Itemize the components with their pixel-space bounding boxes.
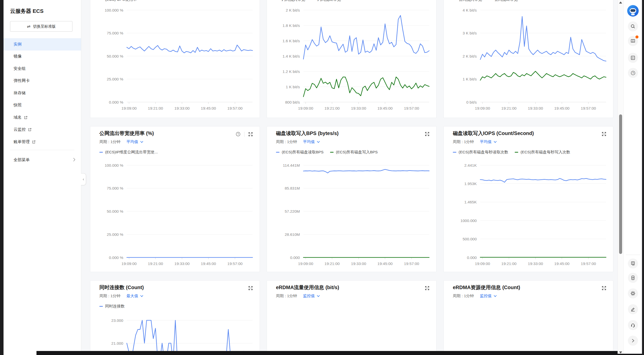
chevron-down-icon [140, 295, 143, 297]
svg-text:?: ? [632, 71, 634, 74]
legend-item[interactable]: (ECS)所有磁盘读取BPS [276, 150, 324, 155]
x-axis-tick-label: 19:33:00 [351, 261, 366, 266]
x-axis-tick-label: 19:57:00 [227, 106, 243, 110]
series-line [480, 179, 606, 182]
series-line [303, 169, 429, 173]
sidebar-all-menu[interactable]: 全部菜单 [4, 154, 81, 166]
legend-item[interactable]: 内网流入带宽 [276, 0, 305, 2]
x-axis-tick-label: 19:33:00 [174, 261, 190, 266]
y-axis-tick-label: 75.000 % [107, 31, 124, 35]
x-axis-tick-label: 19:57:00 [227, 261, 243, 266]
expand-fullscreen-icon[interactable] [601, 286, 607, 291]
expand-fullscreen-icon[interactable] [248, 132, 253, 137]
settings-gear-icon[interactable] [628, 288, 638, 298]
sidebar-item-enis[interactable]: 弹性网卡 [4, 75, 81, 87]
x-axis-tick-label: 19:21:00 [325, 261, 340, 266]
legend-item[interactable]: (ECS)所有磁盘写入BPS [330, 150, 378, 155]
legend-item[interactable]: 公网流入带宽 [453, 0, 482, 2]
sidebar-item-block-storage[interactable]: 块存储 [4, 87, 81, 99]
expand-fullscreen-icon[interactable] [425, 131, 430, 137]
chevron-down-icon [317, 295, 320, 297]
sidebar-collapse-handle[interactable]: ‹ [81, 173, 86, 185]
help-circle-icon[interactable]: ? [235, 131, 241, 137]
chart-stat-dropdown[interactable]: 监控值 [303, 293, 320, 299]
chart-header-icons [601, 131, 607, 137]
legend-item[interactable]: (ECS)IP维度公网流出带宽使... [99, 150, 158, 155]
search-icon[interactable] [628, 21, 638, 31]
scrollbar-thumb[interactable] [619, 114, 622, 254]
chart-legend: (ECS)IP维度公网流出带宽使... [99, 150, 158, 155]
legend-item[interactable]: (ECS)所有磁盘每秒读取次数 [453, 150, 508, 155]
sidebar-item-snapshots[interactable]: 快照 [4, 99, 81, 112]
chart-card: 内网流入带宽内网流出带宽2 K bit/s1.8 K bit/s1.6 K bi… [267, 0, 436, 118]
legend-item[interactable]: (ECS)所有磁盘每秒写入次数 [515, 150, 570, 155]
chart-stat-dropdown[interactable]: 最大值 [127, 293, 144, 299]
scroll-down-arrow[interactable] [619, 351, 622, 353]
chart-title: 磁盘读取写入IOPS (Count/Second) [453, 130, 534, 137]
chart-stat-dropdown[interactable]: 平均值 [480, 139, 497, 145]
legend-item[interactable]: 内网流出带宽 [312, 0, 341, 2]
chart-plot: 23.00021.000 [99, 310, 255, 355]
chart-card: 公网流入带宽公网流出带宽4 K bit/s3 K bit/s2 K bit/s1… [444, 0, 613, 118]
sidebar-divider [10, 150, 74, 150]
legend-item[interactable]: 公网流出带宽 [489, 0, 518, 2]
x-axis-tick-label: 19:45:00 [377, 106, 393, 110]
scrollbar-track[interactable] [618, 0, 624, 355]
legend-label: 内网流出带宽 [317, 0, 341, 2]
chart-card: eRDMA流量使用信息 (bit/s)周期 : 1分钟监控值 [267, 280, 436, 355]
ai-assistant-avatar[interactable] [627, 5, 639, 17]
docs-icon[interactable] [628, 36, 638, 46]
sidebar-item-instances[interactable]: 实例 [4, 38, 81, 51]
chart-stat-dropdown[interactable]: 监控值 [480, 293, 497, 299]
sidebar-item-billing[interactable]: 账单管理 [4, 136, 81, 148]
chart-stat-label: 平均值 [303, 139, 315, 145]
checklist-icon[interactable] [628, 53, 638, 63]
chart-card: (ECS) CPU使用率100.000 %75.000 %50.000 %25.… [90, 0, 260, 118]
legend-swatch [515, 152, 518, 153]
x-axis-tick-label: 19:21:00 [325, 106, 340, 110]
y-axis-tick-label: 50.000 % [107, 54, 124, 58]
y-axis-tick-label: 0.000 [290, 255, 300, 260]
notification-badge [635, 35, 638, 38]
feedback-pencil-icon[interactable] [628, 304, 638, 314]
y-axis-tick-label: 100.000 % [105, 163, 123, 167]
dashboard-content: (ECS) CPU使用率100.000 %75.000 %50.000 %25.… [81, 0, 618, 355]
expand-fullscreen-icon[interactable] [248, 286, 253, 291]
y-axis-tick-label: 0 bit/s [466, 100, 477, 104]
switch-to-standard-button[interactable]: ⇌ 切换至标准版 [10, 21, 72, 32]
sidebar-item-label: 快照 [14, 103, 22, 108]
sidebar-item-security-groups[interactable]: 安全组 [4, 63, 81, 75]
window-bottom-edge-right [618, 354, 644, 355]
chart-title: eRDMA流量使用信息 (bit/s) [276, 284, 339, 291]
series-line [480, 71, 606, 80]
sidebar-nav: 实例 镜像 安全组 弹性网卡 块存储 快照 域名 云监控 账单管理 [4, 38, 81, 148]
x-axis-tick-label: 19:21:00 [501, 261, 517, 266]
y-axis-tick-label: 1.953K [464, 182, 477, 186]
x-axis-tick-label: 19:33:00 [174, 106, 190, 110]
scroll-up-arrow[interactable] [619, 2, 622, 4]
expand-fullscreen-icon[interactable] [425, 286, 430, 291]
x-axis-tick-label: 19:33:00 [351, 106, 366, 110]
toolbar-collapse-icon[interactable] [628, 336, 638, 346]
legend-label: 公网流出带宽 [494, 0, 518, 2]
legend-swatch [453, 152, 456, 153]
sidebar-item-label: 弹性网卡 [14, 78, 30, 83]
sidebar-item-cloudmonitor[interactable]: 云监控 [4, 124, 81, 136]
chart-stat-dropdown[interactable]: 平均值 [127, 139, 144, 145]
sidebar-item-images[interactable]: 镜像 [4, 51, 81, 63]
app-download-icon[interactable]: APP [628, 273, 638, 283]
sidebar-item-domains[interactable]: 域名 [4, 111, 81, 124]
expand-fullscreen-icon[interactable] [601, 131, 607, 137]
x-axis-tick-label: 19:09:00 [298, 106, 313, 110]
chart-period-label: 周期 : 1分钟 [453, 293, 474, 299]
help-icon[interactable]: ? [628, 68, 638, 78]
legend-item[interactable]: (ECS) CPU使用率 [99, 0, 137, 2]
legend-item[interactable]: 同时连接数 [99, 304, 125, 309]
chart-period: 周期 : 1分钟监控值 [453, 293, 497, 299]
chart-stat-dropdown[interactable]: 平均值 [303, 139, 320, 145]
y-axis-tick-label: 1.8 K bit/s [283, 23, 300, 28]
support-headset-icon[interactable] [628, 320, 638, 330]
chart-legend: (ECS)所有磁盘每秒读取次数(ECS)所有磁盘每秒写入次数 [453, 150, 570, 155]
window-left-edge [0, 0, 4, 355]
orders-icon[interactable] [628, 258, 638, 269]
